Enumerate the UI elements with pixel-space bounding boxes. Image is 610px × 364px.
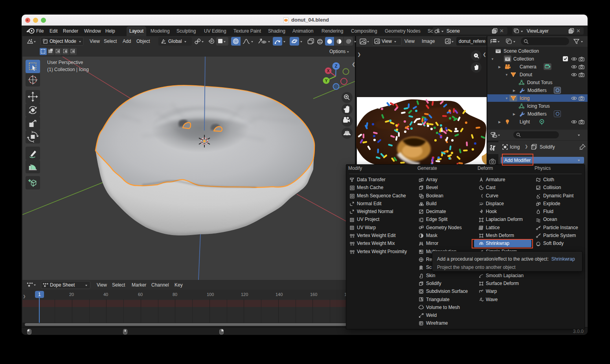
svg-text:Y: Y <box>325 79 328 83</box>
svg-text:Z: Z <box>335 64 338 68</box>
svg-text:X: X <box>327 69 330 73</box>
